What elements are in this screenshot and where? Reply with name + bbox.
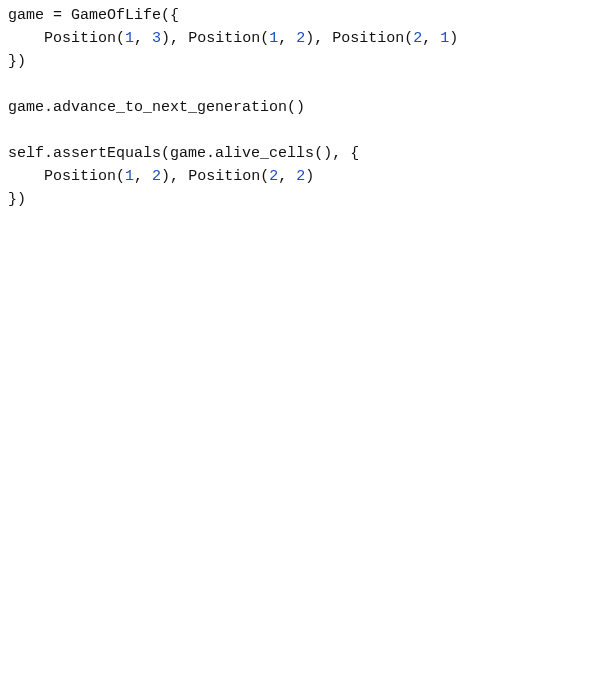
code-token: ( [260,30,269,47]
code-token: 2 [296,30,305,47]
code-token: , [422,30,431,47]
code-token: ), [305,30,323,47]
code-token: Position [179,168,260,185]
code-line [8,119,592,142]
code-token: ( [161,145,170,162]
code-token: 2 [152,168,161,185]
code-token: () [287,99,305,116]
code-token: , [134,30,143,47]
code-line: self.assertEquals(game.alive_cells(), { [8,142,592,165]
code-token: assertEquals [53,145,161,162]
code-token: }) [8,53,26,70]
code-token: = [53,7,62,24]
code-token: GameOfLife [62,7,161,24]
code-token: 2 [269,168,278,185]
code-token: game [8,99,44,116]
code-line: }) [8,188,592,211]
code-token: advance_to_next_generation [53,99,287,116]
code-token: (), [314,145,341,162]
code-token: Position [179,30,260,47]
code-token: 1 [440,30,449,47]
code-token: Position [8,168,116,185]
code-line: }) [8,50,592,73]
code-token: ) [449,30,458,47]
code-token: ( [404,30,413,47]
code-token: 3 [152,30,161,47]
code-token: . [44,99,53,116]
code-token: game [8,7,53,24]
code-block: game = GameOfLife({ Position(1, 3), Posi… [0,0,600,215]
code-token: self [8,145,44,162]
code-token: }) [8,191,26,208]
code-token: Position [323,30,404,47]
code-token: game [170,145,206,162]
code-token [143,168,152,185]
code-line: Position(1, 2), Position(2, 2) [8,165,592,188]
code-token: Position [8,30,116,47]
code-token [287,168,296,185]
code-token [143,30,152,47]
code-token: { [350,145,359,162]
code-line [8,73,592,96]
code-token: , [134,168,143,185]
code-token: alive_cells [215,145,314,162]
code-token: . [206,145,215,162]
code-token: 1 [125,30,134,47]
code-token: , [278,168,287,185]
code-line: Position(1, 3), Position(1, 2), Position… [8,27,592,50]
code-token: 2 [413,30,422,47]
code-token: , [278,30,287,47]
code-token: 1 [269,30,278,47]
code-token: ), [161,168,179,185]
code-token [431,30,440,47]
code-token: 2 [296,168,305,185]
code-token: 1 [125,168,134,185]
code-token: . [44,145,53,162]
code-line: game = GameOfLife({ [8,4,592,27]
code-token [287,30,296,47]
code-line: game.advance_to_next_generation() [8,96,592,119]
code-token: ( [260,168,269,185]
code-token: ) [305,168,314,185]
code-token: ), [161,30,179,47]
code-token: ( [116,30,125,47]
code-token: ({ [161,7,179,24]
code-token: ( [116,168,125,185]
code-token [341,145,350,162]
